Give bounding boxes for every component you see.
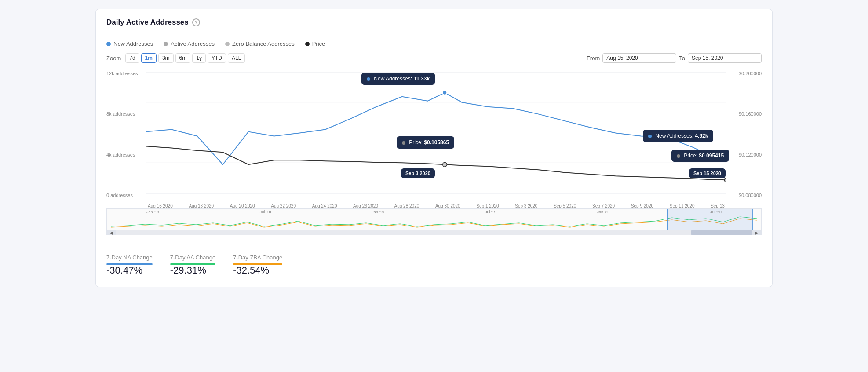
legend-dot-price [305,42,310,46]
scroll-thumb[interactable] [691,230,761,235]
stat-na-label: 7-Day NA Change [106,254,153,261]
y-left-8k: 8k addresses [106,111,142,117]
y-right-016: $0.160000 [730,111,762,117]
to-date-input[interactable] [688,53,762,63]
zoom-7d[interactable]: 7d [125,53,139,63]
legend-label-zero: Zero Balance Addresses [232,40,295,47]
x-aug22: Aug 22 2020 [271,204,296,208]
legend-dot-new [106,42,111,46]
legend-item-new[interactable]: New Addresses [106,40,153,47]
from-label: From [587,55,600,62]
mini-chart-area[interactable]: Jan '18 Jul '18 Jan '19 Jul '19 Jan '20 … [106,209,762,235]
help-icon[interactable]: ? [192,18,200,26]
x-aug20: Aug 20 2020 [230,204,255,208]
from-date-input[interactable] [602,53,676,63]
stat-zba-value: -32.54% [233,265,282,276]
zoom-row: Zoom 7d 1m 3m 6m 1y YTD ALL From To [106,53,762,63]
legend-label-new: New Addresses [113,40,153,47]
stat-aa-value: -29.31% [170,265,215,276]
x-axis: Aug 16 2020 Aug 18 2020 Aug 20 2020 Aug … [146,204,726,208]
y-left-0: 0 addresses [106,193,142,198]
zoom-ytd[interactable]: YTD [208,53,226,63]
mini-scrollbar[interactable]: ◀ ▶ [107,230,761,235]
date-badge-sep15: Sep 15 2020 [689,168,726,178]
y-axis-right: $0.200000 $0.160000 $0.120000 $0.080000 [726,68,762,208]
legend-item-active[interactable]: Active Addresses [164,40,215,47]
zoom-controls: Zoom 7d 1m 3m 6m 1y YTD ALL [106,53,245,63]
zoom-all[interactable]: ALL [228,53,245,63]
legend-dot-zero [225,42,230,46]
chart-wrapper: 12k addresses 8k addresses 4k addresses … [106,68,762,235]
x-aug30: Aug 30 2020 [435,204,460,208]
zoom-label: Zoom [106,55,121,62]
x-sep11: Sep 11 2020 [670,204,695,208]
card-header: Daily Active Addresses ? [106,18,762,33]
x-sep3: Sep 3 2020 [515,204,537,208]
stat-zba: 7-Day ZBA Change -32.54% [233,254,282,276]
zoom-3m[interactable]: 3m [158,53,174,63]
legend-dot-active [164,42,168,46]
y-axis-left: 12k addresses 8k addresses 4k addresses … [106,68,146,208]
legend-label-active: Active Addresses [171,40,215,47]
legend-item-price[interactable]: Price [305,40,325,47]
svg-point-8 [724,178,726,182]
x-aug18: Aug 18 2020 [189,204,214,208]
y-right-008: $0.080000 [730,193,762,198]
x-aug26: Aug 26 2020 [353,204,378,208]
y-left-12k: 12k addresses [106,71,142,76]
legend-item-zero[interactable]: Zero Balance Addresses [225,40,295,47]
svg-point-6 [724,153,726,158]
date-range-controls: From To [587,53,762,63]
x-sep7: Sep 7 2020 [592,204,615,208]
svg-rect-9 [667,209,752,231]
x-sep5: Sep 5 2020 [554,204,576,208]
svg-point-7 [443,162,447,167]
zoom-1m[interactable]: 1m [141,53,157,63]
stat-aa: 7-Day AA Change -29.31% [170,254,215,276]
to-label: To [679,55,685,62]
x-sep1: Sep 1 2020 [476,204,499,208]
stat-aa-label: 7-Day AA Change [170,254,215,261]
chart-area[interactable]: 12k addresses 8k addresses 4k addresses … [106,68,762,209]
date-badge-sep3: Sep 3 2020 [401,168,435,178]
scroll-left-button[interactable]: ◀ [107,230,116,235]
stat-na-value: -30.47% [106,265,153,276]
chart-svg: New Addresses: 11.33k Price: $0.105865 N… [146,68,726,198]
x-aug28: Aug 28 2020 [394,204,419,208]
stats-row: 7-Day NA Change -30.47% 7-Day AA Change … [106,246,762,276]
main-card: Daily Active Addresses ? New Addresses A… [95,9,773,287]
y-left-4k: 4k addresses [106,152,142,157]
x-aug16: Aug 16 2020 [148,204,173,208]
zoom-6m[interactable]: 6m [175,53,191,63]
x-sep9: Sep 9 2020 [631,204,653,208]
stat-na: 7-Day NA Change -30.47% [106,254,153,276]
svg-point-5 [443,91,447,95]
zoom-1y[interactable]: 1y [192,53,206,63]
legend-row: New Addresses Active Addresses Zero Bala… [106,40,762,47]
stat-zba-label: 7-Day ZBA Change [233,254,282,261]
card-title: Daily Active Addresses [106,18,189,27]
scroll-right-button[interactable]: ▶ [752,230,761,235]
x-sep13: Sep 13 [711,204,725,208]
legend-label-price: Price [312,40,325,47]
y-right-02: $0.200000 [730,71,762,76]
y-right-012: $0.120000 [730,152,762,157]
x-aug24: Aug 24 2020 [312,204,337,208]
